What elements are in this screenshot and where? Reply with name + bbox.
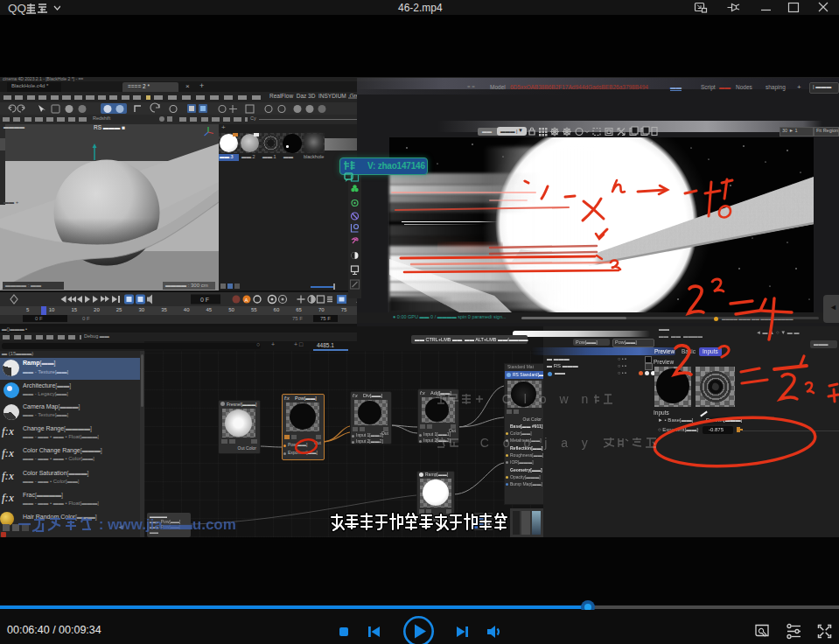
svg-text:0 F: 0 F [200,297,209,303]
svg-text:A: A [245,298,248,303]
